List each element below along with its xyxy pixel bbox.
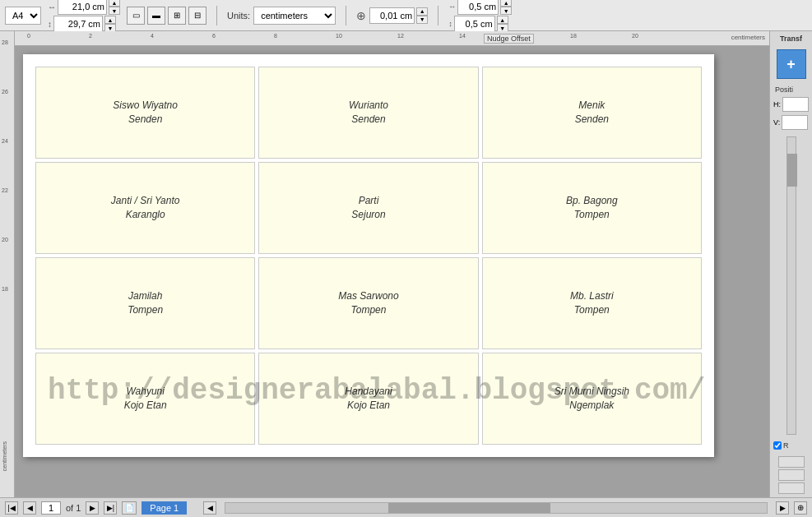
label-line1-1: Wurianto: [349, 99, 388, 113]
left-ruler: 28 26 24 22 20 18 centimeters: [0, 31, 15, 497]
posy-input[interactable]: [454, 16, 495, 32]
r-label: R: [783, 441, 789, 450]
ruler-2: 2: [89, 33, 92, 39]
prev-page-btn[interactable]: ◀: [23, 501, 36, 515]
add-button[interactable]: +: [777, 49, 806, 79]
dimensions-group: ↔ ▲ ▼ ↕ ▲ ▼: [48, 0, 120, 32]
page-name-btn[interactable]: Page 1: [142, 501, 187, 515]
scroll-thumb: [388, 503, 550, 513]
v-input[interactable]: [782, 115, 808, 130]
cb-row2: [778, 469, 805, 481]
ruler-unit-label: centimeters: [731, 34, 765, 41]
h-input[interactable]: [782, 97, 809, 112]
posx-down-btn[interactable]: ▼: [500, 7, 512, 15]
layout-btn1[interactable]: ⊞: [168, 7, 186, 25]
page-size-select[interactable]: A4: [5, 7, 41, 25]
ruler-tick-26: 26: [2, 89, 8, 95]
ruler-tick-18: 18: [2, 286, 8, 292]
posx-up-btn[interactable]: ▲: [500, 0, 512, 7]
main-area: 28 26 24 22 20 18 centimeters 0 2 4 6 8 …: [0, 31, 812, 497]
transform-label: Transf: [780, 35, 802, 43]
posx-input[interactable]: [457, 0, 499, 15]
ruler-6: 6: [212, 33, 216, 39]
ruler-tick-20: 20: [2, 237, 8, 242]
height-up-btn[interactable]: ▲: [104, 16, 116, 24]
label-line2-1: Senden: [351, 113, 385, 127]
label-line1-4: Parti: [359, 194, 379, 208]
page-canvas: http://designerabalabal.blogspot.com/ Si…: [23, 54, 714, 457]
width-input[interactable]: [58, 0, 107, 15]
nudge-up-btn[interactable]: ▲: [416, 7, 428, 16]
label-line2-7: Tompen: [351, 303, 387, 317]
label-cell-3: Janti / Sri Yanto Karanglo: [35, 162, 255, 254]
label-grid: Siswo Wiyatno Senden Wurianto Senden Men…: [35, 67, 702, 445]
label-line2-11: Ngemplak: [569, 399, 614, 413]
label-line2-5: Tompen: [574, 208, 610, 222]
label-cell-0: Siswo Wiyatno Senden: [35, 67, 255, 159]
canvas-area: http://designerabalabal.blogspot.com/ Si…: [15, 46, 769, 497]
label-line2-3: Karanglo: [126, 208, 165, 222]
first-page-btn[interactable]: |◀: [5, 501, 18, 515]
height-input[interactable]: [53, 16, 103, 32]
toolbar: A4 ↔ ▲ ▼ ↕ ▲ ▼ ▭ ▬ ⊞: [0, 0, 812, 31]
width-up-btn[interactable]: ▲: [109, 0, 120, 7]
label-line2-10: Kojo Etan: [347, 399, 390, 413]
divider3: [438, 6, 438, 25]
right-panel: Transf + Positi H: V: R: [769, 31, 812, 497]
label-line2-2: Senden: [575, 113, 609, 127]
label-line1-6: Jamilah: [128, 289, 162, 303]
page-size-group: A4: [5, 7, 41, 25]
ruler-20: 20: [632, 33, 638, 39]
ruler-18: 18: [570, 33, 577, 39]
ruler-tick-28: 28: [2, 39, 8, 45]
nudge-offset-label: Nudge Offset: [484, 34, 534, 44]
label-line1-11: Sri Murni Ningsih: [554, 385, 629, 399]
v-scrollbar[interactable]: [786, 136, 796, 435]
nudge-input[interactable]: [369, 7, 415, 24]
nudge-down-btn[interactable]: ▼: [416, 16, 428, 24]
v-label: V:: [773, 118, 780, 127]
ruler-14: 14: [459, 33, 466, 39]
layout-btn2[interactable]: ⊟: [188, 7, 206, 25]
landscape-btn[interactable]: ▬: [147, 7, 165, 25]
extra-checkboxes: [778, 456, 805, 494]
position-label: Positi: [772, 85, 810, 94]
width-down-btn[interactable]: ▼: [109, 7, 120, 15]
last-page-btn[interactable]: ▶|: [104, 501, 117, 515]
label-line1-5: Bp. Bagong: [566, 194, 618, 208]
page-number: 1: [41, 501, 61, 515]
bottom-scrollbar[interactable]: [225, 502, 768, 514]
units-label: Units:: [227, 11, 250, 21]
label-cell-2: Menik Senden: [482, 67, 702, 159]
label-line1-8: Mb. Lastri: [570, 289, 614, 303]
page-of-text: of 1: [66, 503, 81, 513]
label-line2-9: Kojo Etan: [124, 399, 167, 413]
label-line1-7: Mas Sarwono: [338, 289, 398, 303]
add-page-icon-btn[interactable]: 📄: [122, 501, 137, 515]
posy-up-btn[interactable]: ▲: [497, 16, 508, 24]
ruler-8: 8: [274, 33, 277, 39]
label-cell-4: Parti Sejuron: [258, 162, 478, 254]
v-row: V:: [772, 115, 810, 130]
status-bar: |◀ ◀ 1 of 1 ▶ ▶| 📄 Page 1 ◀ ▶ ⊕: [0, 497, 812, 517]
nudge-group: ⊕ ▲ ▼: [356, 7, 428, 24]
zoom-in-btn[interactable]: ⊕: [794, 501, 807, 515]
ruler-tick-22: 22: [2, 187, 8, 193]
next-page-btn[interactable]: ▶: [86, 501, 99, 515]
h-label: H:: [773, 100, 781, 108]
scroll-right-btn[interactable]: ▶: [776, 501, 789, 515]
label-line2-6: Tompen: [128, 303, 163, 317]
ruler-4: 4: [151, 33, 154, 39]
pos-group: ↔ ▲ ▼ ↕ ▲ ▼: [448, 0, 512, 32]
scroll-left-btn[interactable]: ◀: [203, 501, 216, 515]
r-checkbox[interactable]: [773, 441, 782, 450]
label-line1-0: Siswo Wiyatno: [113, 99, 178, 113]
center-area: 0 2 4 6 8 10 12 14 16 18 20 Nudge Offset…: [15, 31, 769, 497]
label-line1-2: Menik: [578, 99, 605, 113]
units-select[interactable]: centimeters: [253, 7, 336, 25]
label-cell-7: Mas Sarwono Tompen: [258, 257, 478, 349]
portrait-btn[interactable]: ▭: [127, 7, 145, 25]
h-row: H:: [772, 97, 810, 112]
vscroll-thumb: [787, 154, 797, 187]
ruler-10: 10: [336, 33, 342, 39]
